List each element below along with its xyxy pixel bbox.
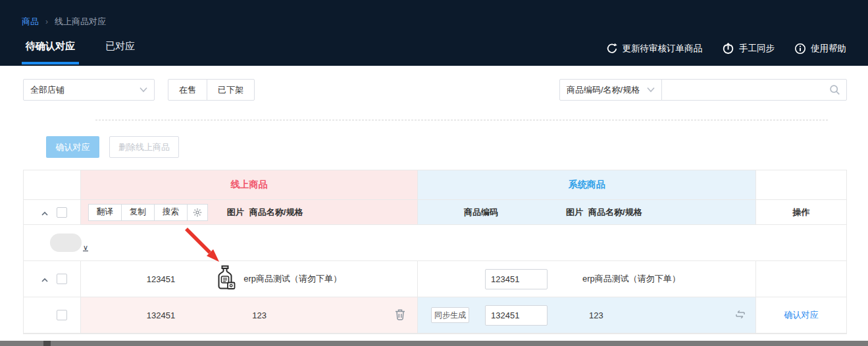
- select-all-cell: [24, 200, 81, 225]
- sale-status-button-group: 在售 已下架: [168, 79, 255, 101]
- row-select-cell: [24, 261, 81, 297]
- online-columns-header: 翻译 复制 搜索 图片 商品名称/规格: [81, 200, 418, 225]
- chevron-down-icon: [140, 85, 147, 95]
- help-label: 使用帮助: [811, 43, 846, 55]
- product-bottle-image-icon[interactable]: [215, 265, 236, 293]
- online-name-col-label: 商品名称/规格: [249, 207, 303, 218]
- select-column-header: [24, 170, 81, 200]
- ops-col-header: 操作: [756, 200, 846, 225]
- manual-sync-label: 手工同步: [739, 43, 775, 55]
- tab-pending-confirm[interactable]: 待确认对应: [22, 40, 79, 62]
- product-match-table: 线上商品 系统商品 翻译 复制 搜索 图片: [23, 170, 847, 334]
- confirm-match-link[interactable]: 确认对应: [784, 309, 819, 321]
- row-ops-cell: [756, 261, 846, 297]
- copy-button[interactable]: 复制: [121, 204, 155, 221]
- dashed-divider: [95, 120, 828, 120]
- shop-collapse-caret-icon[interactable]: ∨: [83, 244, 88, 251]
- collapse-all-caret-icon[interactable]: [41, 209, 49, 216]
- tab-pending-label: 待确认对应: [26, 40, 75, 51]
- off-shelf-button[interactable]: 已下架: [207, 79, 255, 101]
- upload-sync-icon: [722, 42, 734, 55]
- breadcrumb-separator: ›: [45, 17, 48, 26]
- on-sale-button[interactable]: 在售: [168, 79, 207, 101]
- system-product-cell: erp商品测试（请勿下单）: [418, 261, 756, 297]
- system-product-name: erp商品测试（请勿下单）: [582, 273, 680, 285]
- breadcrumb: 商品 › 线上商品对应: [22, 16, 106, 28]
- window-bottom-edge: [0, 341, 868, 346]
- search-group: 商品编码/名称/规格: [559, 79, 847, 101]
- tab-matched[interactable]: 已对应: [101, 40, 139, 62]
- system-product-cell: 同步生成 123: [418, 297, 756, 334]
- breadcrumb-current: 线上商品对应: [55, 16, 106, 28]
- active-tab-underline: [22, 62, 79, 64]
- select-all-checkbox[interactable]: [57, 207, 67, 218]
- info-icon: [794, 43, 806, 55]
- online-image-col-label: 图片: [227, 207, 244, 218]
- system-product-name: 123: [589, 310, 603, 320]
- tab-bar: 待确认对应 已对应: [22, 40, 139, 62]
- delete-online-product-button[interactable]: 删除线上商品: [109, 136, 179, 158]
- row-ops-cell: 确认对应: [756, 297, 846, 334]
- table-row: 123451 erp商品测试（请勿下单） erp商品测试（请勿下单）: [24, 261, 846, 297]
- shop-group-row: ∨: [24, 225, 846, 261]
- redacted-shop-name: [50, 234, 82, 252]
- system-product-group-header: 系统商品: [418, 170, 756, 200]
- online-group-title: 线上商品: [81, 179, 417, 191]
- bulk-actions: 确认对应 删除线上商品: [46, 136, 847, 158]
- online-product-name: 123: [252, 310, 267, 320]
- update-pending-label: 更新待审核订单商品: [623, 43, 703, 55]
- system-group-title: 系统商品: [418, 179, 755, 191]
- table-row: 132451 123 同步生成 123 确认对应: [24, 297, 846, 334]
- filter-toolbar: 全部店铺 在售 已下架 商品编码/名称/规格: [0, 66, 868, 158]
- manual-sync-button[interactable]: 手工同步: [722, 42, 775, 55]
- search-type-value: 商品编码/名称/规格: [567, 84, 640, 96]
- chevron-down-icon: [647, 85, 655, 95]
- tab-matched-label: 已对应: [105, 40, 135, 51]
- refresh-icon: [606, 43, 618, 55]
- row-collapse-caret-icon[interactable]: [41, 276, 49, 282]
- window-bottom-edge-segment: [43, 341, 51, 346]
- row-checkbox[interactable]: [57, 310, 67, 320]
- breadcrumb-root-link[interactable]: 商品: [22, 16, 39, 28]
- online-product-cell: 132451 123: [81, 297, 418, 334]
- translate-button[interactable]: 翻译: [88, 204, 122, 221]
- table-group-header-row: 线上商品 系统商品: [24, 170, 846, 200]
- row-checkbox[interactable]: [57, 274, 67, 284]
- system-code-input[interactable]: [485, 269, 548, 289]
- shop-select-value: 全部店铺: [30, 84, 64, 96]
- swap-arrows-icon[interactable]: [734, 309, 746, 322]
- ops-col-label: 操作: [793, 207, 810, 218]
- row-select-cell: [24, 297, 81, 334]
- shop-select[interactable]: 全部店铺: [23, 79, 155, 101]
- topbar-actions: 更新待审核订单商品 手工同步 使用帮助: [606, 42, 847, 55]
- ops-group-header: [756, 170, 846, 200]
- system-code-col-label: 商品编码: [464, 207, 498, 218]
- confirm-match-button[interactable]: 确认对应: [46, 136, 99, 158]
- online-tools-group: 翻译 复制 搜索: [88, 204, 208, 221]
- help-button[interactable]: 使用帮助: [794, 43, 846, 55]
- top-navigation-bar: 商品 › 线上商品对应 待确认对应 已对应 更新待审核订单商品 手工同步: [0, 0, 868, 66]
- system-columns-header: 商品编码 图片 商品名称/规格: [418, 200, 756, 225]
- search-type-select[interactable]: 商品编码/名称/规格: [559, 79, 662, 101]
- gear-icon[interactable]: [187, 204, 208, 221]
- system-code-input[interactable]: [485, 305, 548, 326]
- online-product-group-header: 线上商品: [81, 170, 418, 200]
- search-tool-button[interactable]: 搜索: [154, 204, 188, 221]
- online-product-cell: 123451 erp商品测试（请勿下单）: [81, 261, 418, 297]
- sync-generate-button[interactable]: 同步生成: [431, 307, 469, 323]
- table-column-header-row: 翻译 复制 搜索 图片 商品名称/规格 商品编码 图片 商品名称/规格 操作: [24, 200, 846, 225]
- online-product-code: 132451: [147, 310, 175, 320]
- system-image-col-label: 图片: [566, 207, 583, 218]
- trash-icon[interactable]: [395, 309, 405, 322]
- online-product-code: 123451: [147, 274, 175, 284]
- update-pending-order-products-button[interactable]: 更新待审核订单商品: [606, 43, 703, 55]
- system-name-col-label: 商品名称/规格: [588, 207, 642, 218]
- online-product-name: erp商品测试（请勿下单）: [243, 273, 342, 285]
- search-input[interactable]: [661, 79, 847, 101]
